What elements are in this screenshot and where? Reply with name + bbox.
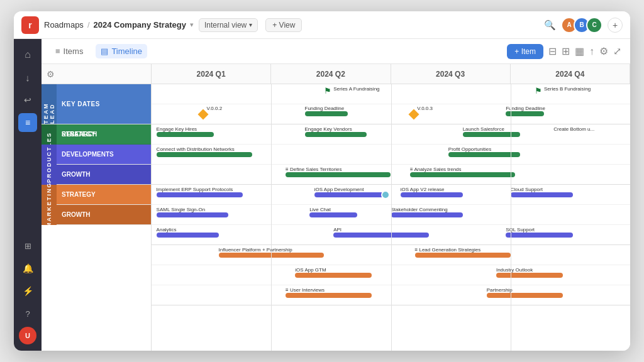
bar-stakeholder [391, 212, 463, 217]
gantt-header: ⚙ 2024 Q1 2024 Q2 2024 Q3 2024 Q4 [42, 64, 630, 84]
user-avatar[interactable]: U [19, 327, 36, 344]
view-dropdown-icon: ▾ [249, 21, 252, 28]
project-title[interactable]: 2024 Company Strategy [94, 20, 186, 30]
label-funding-deadline-2: Funding Deadline [506, 106, 545, 111]
label-lead-gen: ≡ Lead Generation Strategies [415, 247, 481, 253]
label-profit-opportunities: Profit Opportunities [448, 146, 491, 152]
label-create-bottom: Create Bottom u... [553, 126, 594, 132]
export-icon[interactable]: ↑ [589, 46, 594, 57]
bar-funding-deadline-1 [305, 111, 348, 116]
sidebar-icon-bell[interactable]: 🔔 [18, 259, 37, 278]
product-growth-row: GROWTH [42, 165, 151, 185]
label-v003: V.0.0.3 [417, 106, 433, 111]
toolbar: ≡ Items ▤ Timeline + Item ⊟ ⊞ ▦ ↑ ⚙ ⤢ [42, 39, 630, 64]
label-ios-app-v2: iOS App V2 release [401, 187, 445, 192]
sidebar-icon-refresh[interactable]: ↩ [18, 90, 37, 109]
bar-partnership [487, 293, 564, 298]
bar-saml [157, 212, 228, 217]
bar-cloud-support [511, 192, 573, 197]
view-label: Internal view [204, 21, 247, 30]
label-api: API [333, 227, 341, 233]
marketing-growth-text: GROWTH [62, 211, 91, 218]
label-analyze-sales: ≡ Analyze Sales trends [410, 167, 462, 172]
label-user-interviews: ≡ User Interviews [286, 287, 325, 293]
label-engage-key-vendors: Engage Key Vendors [305, 126, 352, 132]
label-series-b: Series B Fundraising [544, 86, 591, 92]
sidebar-icon-download[interactable]: ↓ [18, 68, 37, 87]
bar-analytics [157, 233, 219, 238]
product-dev-row: PRODUCT DEVELOPMENTS [42, 145, 151, 165]
breadcrumb: Roadmaps / 2024 Company Strategy ▾ [44, 20, 194, 30]
marketing-strategy-text: STRATEGY [62, 191, 96, 198]
sidebar-icon-bolt[interactable]: ⚡ [18, 282, 37, 300]
product-growth-text: GROWTH [62, 171, 91, 178]
avatar-group: A B C [561, 17, 602, 33]
add-view-button[interactable]: + View [265, 18, 302, 32]
grid-line-q1 [271, 84, 272, 351]
settings-small-icon: ⚙ [47, 69, 55, 79]
marketing-growth-row: GROWTH [42, 205, 151, 225]
app-window: r Roadmaps / 2024 Company Strategy ▾ Int… [14, 11, 630, 351]
sidebar-bottom: ⊞ 🔔 ⚡ ? U [18, 236, 37, 344]
label-live-chat: Live Chat [309, 207, 331, 212]
columns-icon[interactable]: ▦ [575, 45, 584, 57]
topbar-right: 🔍 A B C + [544, 17, 623, 33]
bar-engage-key-vendors [305, 132, 367, 137]
filter-icon[interactable]: ⊟ [548, 45, 557, 57]
header-left: ⚙ [42, 64, 152, 84]
avatar-3: C [586, 17, 602, 33]
q1-header: 2024 Q1 [152, 64, 271, 84]
label-saml: SAML Single Sign-On [157, 207, 206, 212]
bar-ios-app-gtm [295, 273, 372, 278]
key-dates-text: KEY DATES [62, 101, 100, 107]
bar-define-sales [286, 172, 391, 177]
label-ios-app-gtm: iOS App GTM [295, 267, 326, 273]
tab-items[interactable]: ≡ Items [50, 44, 88, 58]
breadcrumb-roadmaps[interactable]: Roadmaps [44, 20, 84, 30]
items-icon: ≡ [55, 47, 60, 56]
label-define-sales: ≡ Define Sales Territories [286, 167, 341, 172]
label-stakeholder: Stakeholder Commenting [391, 207, 448, 212]
group-icon[interactable]: ⊞ [562, 45, 570, 57]
grid-line-q2 [391, 84, 392, 351]
sidebar-icon-grid[interactable]: ⊞ [18, 236, 37, 255]
lead-team-tag: LEAD TEAM [42, 84, 57, 124]
content-area: ≡ Items ▤ Timeline + Item ⊟ ⊞ ▦ ↑ ⚙ ⤢ [42, 39, 630, 351]
left-labels-panel: LEAD TEAM KEY DATES SALES STRATEGY [42, 84, 152, 351]
bar-ios-app-v2 [401, 192, 463, 197]
add-item-button[interactable]: + Item [507, 44, 543, 59]
marketing-section: MARKETING STRATEGY GROWTH [42, 185, 151, 225]
label-partnership: Partnership [487, 287, 513, 293]
add-member-button[interactable]: + [608, 18, 623, 33]
bar-connect-distrib [157, 152, 252, 157]
sidebar-icon-roadmap[interactable]: ≡ [18, 113, 37, 132]
main-layout: ⌂ ↓ ↩ ≡ ⊞ 🔔 ⚡ ? U ≡ Items ▤ T [14, 39, 630, 351]
lead-team-section: LEAD TEAM KEY DATES [42, 84, 151, 124]
sidebar-icon-home[interactable]: ⌂ [18, 45, 37, 64]
sales-section: SALES STRATEGY RESEARCH [42, 124, 151, 145]
search-icon[interactable]: 🔍 [544, 19, 556, 31]
settings-icon[interactable]: ⚙ [599, 45, 608, 57]
q4-header: 2024 Q4 [511, 64, 630, 84]
topbar: r Roadmaps / 2024 Company Strategy ▾ Int… [14, 11, 630, 39]
label-v002: V.0.0.2 [207, 106, 223, 111]
label-cloud-support: Cloud Support [511, 187, 543, 192]
label-industry-outlook: Industry Outlook [496, 267, 533, 273]
label-launch-salesforce: Launch Salesforce [463, 126, 504, 132]
expand-icon[interactable]: ⤢ [613, 45, 621, 57]
project-dropdown-icon[interactable]: ▾ [190, 21, 194, 29]
tab-timeline[interactable]: ▤ Timeline [96, 44, 147, 58]
bar-sql-support [506, 233, 573, 238]
bar-user-interviews [286, 293, 372, 298]
breadcrumb-sep: / [87, 20, 90, 30]
tab-timeline-label: Timeline [111, 47, 142, 56]
app-logo: r [21, 16, 39, 34]
view-selector[interactable]: Internal view ▾ [199, 18, 258, 32]
bar-industry-outlook [496, 273, 564, 278]
product-tag: PRODUCT [42, 145, 57, 185]
bars-area: ⚑ Series A Fundraising ⚑ Series B Fundra… [152, 84, 630, 351]
bar-analyze-sales [410, 172, 515, 177]
label-ios-app-dev: iOS App Development [314, 187, 364, 192]
sidebar-icon-help[interactable]: ? [18, 304, 37, 323]
marketing-strategy-row: MARKETING STRATEGY [42, 185, 151, 205]
